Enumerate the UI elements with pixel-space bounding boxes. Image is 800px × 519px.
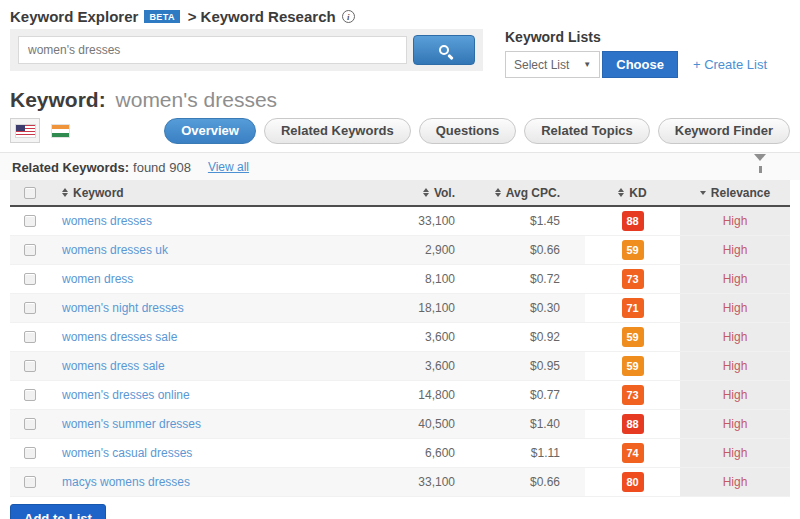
relevance-value: High <box>723 243 748 257</box>
tab-related-topics[interactable]: Related Topics <box>524 118 650 144</box>
table-header-row: Keyword Vol. Avg CPC. KD Relevance <box>10 180 790 207</box>
keyword-link[interactable]: women's summer dresses <box>62 417 201 431</box>
relevance-value: High <box>723 214 748 228</box>
relevance-value: High <box>723 330 748 344</box>
volume-value: 2,900 <box>375 236 480 264</box>
keyword-link[interactable]: womens dresses uk <box>62 243 168 257</box>
search-icon <box>439 45 449 55</box>
keyword-link[interactable]: women dress <box>62 272 133 286</box>
beta-badge: BETA <box>144 10 179 23</box>
cpc-value: $0.72 <box>480 265 585 293</box>
related-keywords-table: Keyword Vol. Avg CPC. KD Relevance women… <box>10 180 790 497</box>
relevance-value: High <box>723 359 748 373</box>
tab-keyword-finder[interactable]: Keyword Finder <box>658 118 790 144</box>
us-flag-icon <box>16 125 35 137</box>
breadcrumb-separator: > <box>188 8 197 25</box>
table-row: womens dresses sale 3,600 $0.92 59 High <box>10 323 790 352</box>
app-title: Keyword Explorer <box>10 8 138 25</box>
india-flag-icon <box>52 125 69 137</box>
volume-value: 3,600 <box>375 352 480 380</box>
kd-badge: 80 <box>622 472 644 492</box>
sort-icon <box>618 188 624 197</box>
volume-value: 33,100 <box>375 468 480 496</box>
filter-icon[interactable] <box>754 161 766 174</box>
volume-value: 14,800 <box>375 381 480 409</box>
column-header-vol[interactable]: Vol. <box>375 186 480 200</box>
cpc-value: $0.77 <box>480 381 585 409</box>
search-input[interactable] <box>18 36 407 64</box>
keyword-link[interactable]: macys womens dresses <box>62 475 190 489</box>
row-checkbox[interactable] <box>24 447 36 459</box>
table-row: women's night dresses 18,100 $0.30 71 Hi… <box>10 294 790 323</box>
cpc-value: $0.30 <box>480 294 585 322</box>
kd-badge: 73 <box>622 269 644 289</box>
relevance-value: High <box>723 475 748 489</box>
column-header-relevance[interactable]: Relevance <box>680 186 790 200</box>
cpc-value: $1.40 <box>480 410 585 438</box>
cpc-value: $1.11 <box>480 439 585 467</box>
row-checkbox[interactable] <box>24 273 36 285</box>
india-flag-button[interactable] <box>52 125 69 137</box>
table-body: womens dresses 33,100 $1.45 88 High wome… <box>10 207 790 497</box>
volume-value: 3,600 <box>375 323 480 351</box>
tabs: Overview Related Keywords Questions Rela… <box>164 118 790 144</box>
row-checkbox[interactable] <box>24 331 36 343</box>
select-all-checkbox[interactable] <box>24 187 36 199</box>
list-select-value: Select List <box>514 58 569 72</box>
tab-questions[interactable]: Questions <box>419 118 517 144</box>
cpc-value: $1.45 <box>480 207 585 235</box>
search-button[interactable] <box>413 35 475 65</box>
keyword-link[interactable]: womens dresses sale <box>62 330 177 344</box>
add-to-list-button[interactable]: Add to List <box>10 504 106 519</box>
keyword-link[interactable]: womens dresses <box>62 214 152 228</box>
row-checkbox[interactable] <box>24 389 36 401</box>
keyword-lists-section: Keyword Lists Select List ▼ Choose + Cre… <box>505 29 767 78</box>
kd-badge: 71 <box>622 298 644 318</box>
row-checkbox[interactable] <box>24 244 36 256</box>
search-panel <box>10 29 483 71</box>
choose-button[interactable]: Choose <box>602 51 678 78</box>
kd-badge: 73 <box>622 385 644 405</box>
relevance-value: High <box>723 446 748 460</box>
tab-overview[interactable]: Overview <box>164 118 256 144</box>
row-checkbox[interactable] <box>24 476 36 488</box>
table-row: women dress 8,100 $0.72 73 High <box>10 265 790 294</box>
table-row: women's dresses online 14,800 $0.77 73 H… <box>10 381 790 410</box>
tab-related-keywords[interactable]: Related Keywords <box>264 118 411 144</box>
table-footer: Add to List <box>10 504 790 519</box>
info-icon[interactable]: i <box>342 10 355 23</box>
search-row: Keyword Lists Select List ▼ Choose + Cre… <box>10 29 790 78</box>
table-row: macys womens dresses 33,100 $0.66 80 Hig… <box>10 468 790 497</box>
kd-badge: 59 <box>622 240 644 260</box>
row-checkbox[interactable] <box>24 418 36 430</box>
column-header-keyword[interactable]: Keyword <box>50 186 375 200</box>
sort-desc-icon <box>700 191 706 195</box>
row-checkbox[interactable] <box>24 215 36 227</box>
volume-value: 18,100 <box>375 294 480 322</box>
row-checkbox[interactable] <box>24 302 36 314</box>
kd-badge: 88 <box>622 211 644 231</box>
create-list-link[interactable]: + Create List <box>693 57 767 72</box>
list-select[interactable]: Select List ▼ <box>505 51 600 78</box>
relevance-value: High <box>723 272 748 286</box>
volume-value: 33,100 <box>375 207 480 235</box>
row-checkbox[interactable] <box>24 360 36 372</box>
column-header-cpc[interactable]: Avg CPC. <box>480 186 585 200</box>
sort-icon <box>62 188 68 197</box>
related-keywords-count: found 908 <box>133 160 191 175</box>
keyword-link[interactable]: women's dresses online <box>62 388 190 402</box>
view-all-link[interactable]: View all <box>208 160 249 174</box>
keyword-link[interactable]: women's night dresses <box>62 301 184 315</box>
flags-tabs-row: Overview Related Keywords Questions Rela… <box>10 117 790 144</box>
keyword-link[interactable]: women's casual dresses <box>62 446 192 460</box>
cpc-value: $0.66 <box>480 468 585 496</box>
kd-badge: 59 <box>622 327 644 347</box>
keyword-link[interactable]: womens dress sale <box>62 359 165 373</box>
column-header-kd[interactable]: KD <box>585 186 680 200</box>
us-flag-button[interactable] <box>10 118 40 143</box>
table-row: womens dresses uk 2,900 $0.66 59 High <box>10 236 790 265</box>
cpc-value: $0.95 <box>480 352 585 380</box>
volume-value: 8,100 <box>375 265 480 293</box>
related-keywords-title: Related Keywords: <box>12 160 129 175</box>
relevance-value: High <box>723 301 748 315</box>
